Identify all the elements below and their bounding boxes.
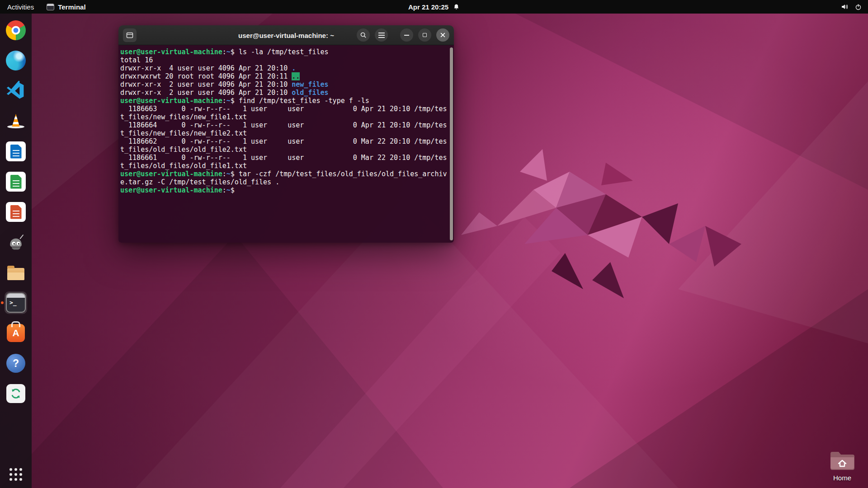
hamburger-icon	[378, 33, 385, 33]
vlc-icon	[7, 114, 24, 128]
top-bar: Activities Terminal Apr 21 20:25	[0, 0, 868, 14]
menu-button[interactable]	[375, 28, 388, 42]
ubuntu-software-icon: A	[7, 324, 25, 342]
terminal-titlebar[interactable]: user@user-virtual-machine: ~	[118, 25, 454, 45]
clock: Apr 21 20:25	[408, 3, 448, 11]
new-tab-button[interactable]	[123, 28, 137, 42]
terminal-window: user@user-virtual-machine: ~	[118, 25, 454, 243]
dock-item-terminal[interactable]: >_	[5, 291, 27, 314]
search-icon	[360, 32, 367, 38]
minimize-icon	[404, 35, 409, 36]
close-icon	[440, 33, 445, 38]
dock-item-browser[interactable]	[5, 49, 27, 72]
close-button[interactable]	[436, 28, 449, 42]
dock-item-software-updater[interactable]	[5, 382, 27, 405]
system-status-area[interactable]	[835, 0, 868, 14]
store-glyph: A	[12, 328, 19, 338]
terminal-lines: user@user-virtual-machine:~$ ls -la /tmp…	[120, 48, 452, 194]
terminal-scrollbar[interactable]	[450, 47, 453, 240]
desktop: Activities Terminal Apr 21 20:25	[0, 0, 868, 488]
running-indicator-dot	[1, 301, 4, 304]
home-label: Home	[833, 474, 851, 482]
dock: >_ A ?	[0, 14, 32, 488]
show-applications-button[interactable]	[7, 465, 25, 483]
software-updater-icon	[6, 384, 25, 403]
search-button[interactable]	[357, 28, 370, 42]
dock-item-chrome[interactable]	[5, 19, 27, 42]
power-icon	[855, 4, 862, 10]
terminal-app-icon	[47, 4, 54, 10]
dock-item-impress[interactable]	[5, 201, 27, 223]
maximize-button[interactable]	[418, 28, 431, 42]
help-glyph: ?	[13, 357, 19, 370]
titlebar-actions	[357, 28, 449, 42]
minimize-button[interactable]	[400, 28, 413, 42]
dock-item-calc[interactable]	[5, 170, 27, 193]
dock-item-vlc[interactable]	[5, 110, 27, 132]
libreoffice-impress-icon	[6, 202, 26, 222]
dock-item-ubuntu-software[interactable]: A	[5, 322, 27, 344]
home-folder-shortcut[interactable]: Home	[822, 450, 863, 482]
terminal-prompt-glyph: >_	[9, 300, 17, 305]
notification-bell-icon	[453, 4, 460, 10]
dock-item-help[interactable]: ?	[5, 352, 27, 375]
maximize-icon	[423, 33, 427, 37]
activities-button[interactable]: Activities	[0, 0, 41, 14]
dock-item-gimp[interactable]	[5, 231, 27, 253]
libreoffice-calc-icon	[6, 172, 26, 192]
top-bar-left: Activities Terminal	[0, 0, 91, 14]
volume-icon	[841, 3, 848, 10]
dock-item-writer[interactable]	[5, 140, 27, 163]
libreoffice-writer-icon	[6, 141, 26, 161]
terminal-icon: >_	[6, 293, 26, 313]
focused-app-name: Terminal	[58, 3, 85, 11]
vscode-icon	[6, 81, 26, 101]
gimp-icon	[6, 232, 26, 252]
browser-icon	[6, 51, 26, 70]
clock-menu[interactable]: Apr 21 20:25	[404, 0, 464, 14]
window-title: user@user-virtual-machine: ~	[238, 31, 334, 39]
help-icon: ?	[6, 354, 25, 373]
terminal-viewport[interactable]: user@user-virtual-machine:~$ ls -la /tmp…	[118, 45, 454, 243]
files-icon	[7, 265, 24, 280]
home-folder-icon	[829, 450, 855, 473]
dock-item-vscode[interactable]	[5, 80, 27, 102]
new-tab-icon	[126, 32, 134, 39]
dock-item-files[interactable]	[5, 261, 27, 284]
focused-app-menu[interactable]: Terminal	[41, 0, 91, 14]
chrome-icon	[6, 20, 26, 40]
